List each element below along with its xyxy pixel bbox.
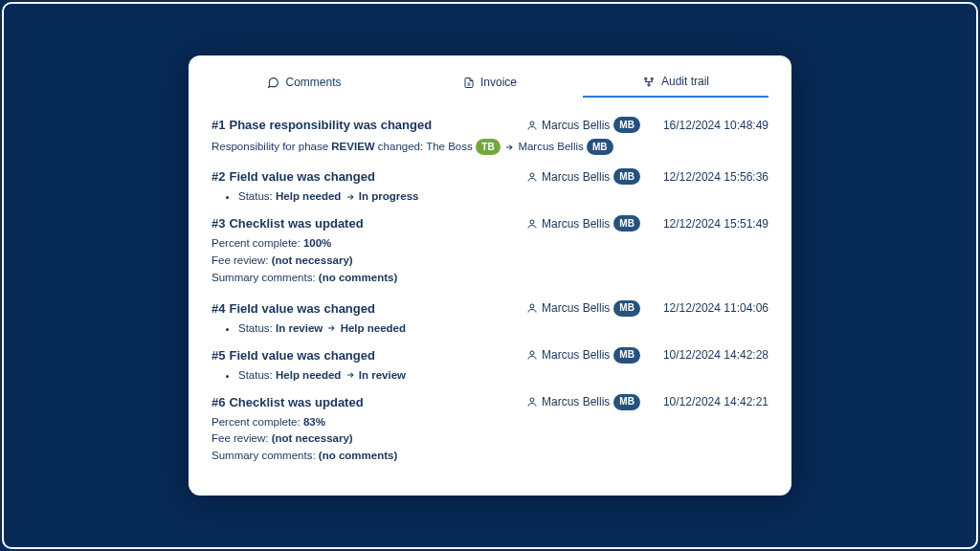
svg-point-4 <box>530 173 534 177</box>
entry-datetime: 10/12/2024 14:42:28 <box>663 348 768 362</box>
audit-entry-header: #1 Phase responsibility was changed Marc… <box>212 117 768 133</box>
detail-changed-text: changed: <box>375 141 427 152</box>
svg-point-3 <box>530 121 534 125</box>
entry-index: #3 <box>212 216 225 231</box>
entry-user: Marcus Bellis <box>542 348 610 362</box>
status-label: Status: <box>238 322 276 334</box>
audit-card: Comments Invoice Audit trail #1 Phase re… <box>189 55 791 496</box>
audit-entry-header: #2 Field value was changed Marcus Bellis… <box>212 168 768 185</box>
audit-entry: #3 Checklist was updated Marcus Bellis M… <box>212 211 768 296</box>
entry-index: #6 <box>212 395 225 409</box>
audit-entry: #1 Phase responsibility was changed Marc… <box>212 111 768 165</box>
entry-datetime: 10/12/2024 14:42:21 <box>663 395 768 408</box>
percent-value: 100% <box>303 237 331 249</box>
svg-point-2 <box>648 83 650 85</box>
tab-comments[interactable]: Comments <box>212 74 397 97</box>
checklist-summary-row: Summary comments: (no comments) <box>212 270 768 287</box>
summary-value: (no comments) <box>319 272 397 283</box>
arrow-right-icon <box>345 192 356 202</box>
detail-from-name: The Boss <box>426 141 473 152</box>
entry-title-text: Phase responsibility was changed <box>229 118 432 132</box>
audit-entry-header: #6 Checklist was updated Marcus Bellis M… <box>212 394 768 410</box>
audit-entry: #4 Field value was changed Marcus Bellis… <box>212 297 768 343</box>
status-label: Status: <box>238 369 276 381</box>
from-initials-badge: TB <box>476 139 501 155</box>
checklist-percent-row: Percent complete: 100% <box>212 235 768 253</box>
entry-index: #5 <box>212 348 225 363</box>
entry-title-text: Field value was changed <box>229 301 374 316</box>
audit-entry: #2 Field value was changed Marcus Bellis… <box>212 165 768 211</box>
svg-point-6 <box>530 304 534 308</box>
entry-detail: Status: In review Help needed <box>212 322 768 334</box>
entry-datetime: 16/12/2024 10:48:49 <box>663 119 768 132</box>
arrow-right-icon <box>503 143 515 152</box>
percent-value: 83% <box>303 416 325 428</box>
entry-meta: Marcus Bellis MB 16/12/2024 10:48:49 <box>526 117 768 133</box>
entry-detail: Status: Help needed In progress <box>212 190 768 202</box>
invoice-icon <box>463 77 475 89</box>
svg-point-0 <box>645 77 647 79</box>
user-initials-badge: MB <box>613 300 640 317</box>
entry-index: #4 <box>212 301 225 316</box>
to-initials-badge: MB <box>587 139 613 155</box>
entry-user: Marcus Bellis <box>542 395 610 408</box>
entry-meta: Marcus Bellis MB 12/12/2024 15:56:36 <box>526 168 768 185</box>
entry-title: #6 Checklist was updated <box>212 395 364 409</box>
status-label: Status: <box>238 190 276 202</box>
user-initials-badge: MB <box>613 215 640 231</box>
percent-label: Percent complete: <box>212 237 303 249</box>
entry-meta: Marcus Bellis MB 10/12/2024 14:42:28 <box>526 347 768 364</box>
tab-bar: Comments Invoice Audit trail <box>212 73 768 98</box>
tab-invoice[interactable]: Invoice <box>397 74 583 97</box>
tab-invoice-label: Invoice <box>480 76 517 89</box>
entry-title: #4 Field value was changed <box>212 301 375 316</box>
status-from: Help needed <box>276 369 341 381</box>
entry-user: Marcus Bellis <box>542 170 610 184</box>
audit-entry: #6 Checklist was updated Marcus Bellis M… <box>212 390 768 474</box>
audit-entry: #5 Field value was changed Marcus Bellis… <box>212 343 768 390</box>
svg-point-5 <box>530 220 534 224</box>
checklist-fee-row: Fee review: (not necessary) <box>212 253 768 270</box>
tab-audit-trail[interactable]: Audit trail <box>583 73 768 98</box>
checklist-fee-row: Fee review: (not necessary) <box>212 430 768 448</box>
entry-index: #2 <box>212 169 225 184</box>
audit-entry-header: #3 Checklist was updated Marcus Bellis M… <box>212 215 768 231</box>
status-change-row: Status: Help needed In review <box>238 369 768 381</box>
arrow-right-icon <box>345 370 356 380</box>
entry-user: Marcus Bellis <box>542 301 610 315</box>
user-icon <box>526 120 538 131</box>
checklist-summary-row: Summary comments: (no comments) <box>212 448 768 465</box>
svg-point-8 <box>530 398 534 402</box>
entry-detail: Responsibility for phase REVIEW changed:… <box>212 139 768 155</box>
user-initials-badge: MB <box>613 117 640 133</box>
entry-meta: Marcus Bellis MB 12/12/2024 15:51:49 <box>526 215 768 231</box>
audit-entry-header: #5 Field value was changed Marcus Bellis… <box>212 347 768 364</box>
status-to: Help needed <box>341 322 406 334</box>
tab-comments-label: Comments <box>285 76 341 89</box>
status-change-row: Status: Help needed In progress <box>238 190 768 202</box>
detail-lead: Responsibility for phase <box>212 141 331 152</box>
summary-value: (no comments) <box>319 450 397 461</box>
status-from: Help needed <box>276 190 341 202</box>
fee-value: (not necessary) <box>272 432 353 444</box>
user-initials-badge: MB <box>613 168 640 185</box>
entry-title: #5 Field value was changed <box>212 348 375 363</box>
summary-label: Summary comments: <box>212 272 319 283</box>
user-icon <box>526 396 538 408</box>
entry-title: #1 Phase responsibility was changed <box>212 118 432 132</box>
comments-icon <box>267 77 279 89</box>
tab-audit-label: Audit trail <box>661 75 709 88</box>
fee-value: (not necessary) <box>272 254 353 266</box>
percent-label: Percent complete: <box>212 416 303 428</box>
entry-title-text: Field value was changed <box>229 348 374 363</box>
entry-title: #3 Checklist was updated <box>212 216 364 231</box>
detail-to-name: Marcus Bellis <box>518 141 583 152</box>
status-to: In progress <box>359 190 419 202</box>
svg-point-7 <box>530 351 534 355</box>
user-icon <box>526 349 538 361</box>
entry-detail: Status: Help needed In review <box>212 369 768 381</box>
user-icon <box>526 171 538 183</box>
fee-label: Fee review: <box>212 254 272 266</box>
arrow-right-icon <box>325 323 337 333</box>
status-change-row: Status: In review Help needed <box>238 322 768 334</box>
